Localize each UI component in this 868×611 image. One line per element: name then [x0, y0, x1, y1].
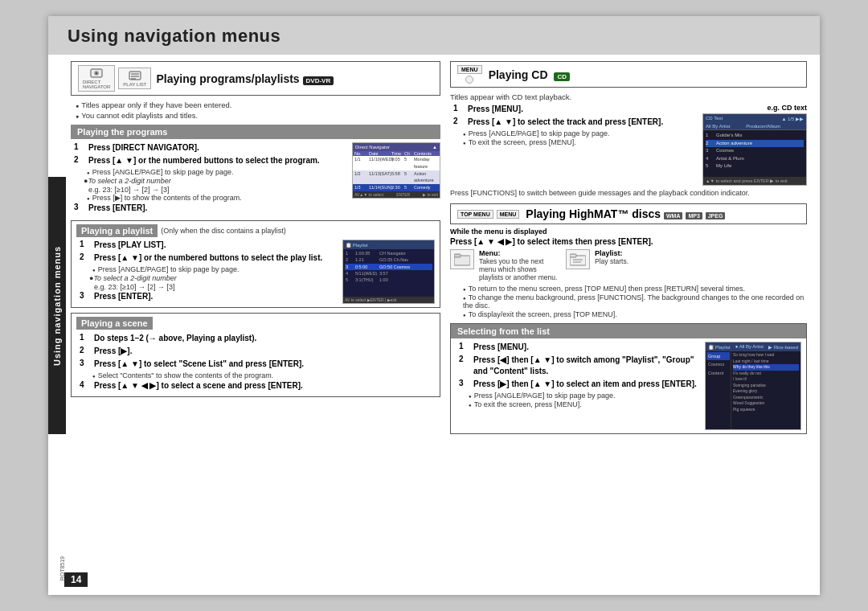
- intro-bullet-1: Titles appear only if they have been ent…: [71, 100, 440, 109]
- playlist-box-desc: Play starts.: [595, 257, 628, 265]
- cd-badge: CD: [554, 72, 570, 81]
- intro-bullet-2: You cannot edit playlists and titles.: [71, 111, 440, 120]
- pl-eg: e.g. 23: [≥10] → [2] → [3]: [94, 283, 331, 291]
- highmat-bullet-1: To return to the menu screen, press [TOP…: [463, 285, 807, 293]
- scene-section: Playing a scene 1 Do steps 1–2 (→ above,…: [71, 313, 440, 397]
- cd-header-box: MENU Playing CD CD: [450, 61, 807, 88]
- cd-step-1: 1 Press [MENU].: [453, 104, 691, 115]
- nav-screen-header: Direct Navigator ▲: [353, 143, 440, 151]
- menu-box-label: Menu:: [479, 249, 559, 257]
- dvd-badge: DVD-VR: [303, 76, 334, 85]
- select-list-content: 1 Press [MENU]. 2 Press [◀] then [▲ ▼] t…: [451, 338, 806, 433]
- menu-label: MENU: [457, 65, 482, 74]
- cd-screen-area: e.g. CD text CD Text ▲ 1/5 ▶▶ All By Art…: [698, 104, 807, 189]
- svg-rect-10: [570, 254, 576, 257]
- select-screen: 📋 Playlist● All By Artist▶ Rice-based Gr…: [705, 342, 801, 430]
- step-2: 2 Press [▲ ▼] or the numbered buttons to…: [74, 155, 341, 166]
- cd-text-label: e.g. CD text: [698, 104, 807, 112]
- menu-box-text: Menu: Takes you to the next menu which s…: [479, 249, 559, 281]
- cd-row-4: 4Artist & Plum: [706, 155, 804, 163]
- step-3: 3 Press [ENTER].: [74, 203, 341, 214]
- highmat-bullet-2: To change the menu background, press [FU…: [463, 293, 807, 310]
- pl-step-3: 3 Press [ENTER].: [80, 291, 331, 302]
- playlist-icon: PLAY LIST: [118, 68, 151, 89]
- pl-label-1: ●To select a 2-digit number: [89, 274, 331, 282]
- cd-content: e.g. CD text CD Text ▲ 1/5 ▶▶ All By Art…: [450, 104, 807, 197]
- dvd-header-title: Playing programs/playlists DVD-VR: [156, 72, 433, 85]
- direct-navigator-icon: DIRECTNAVIGATOR: [78, 65, 115, 92]
- sel-step-3: 3 Press [▶] then [▲ ▼] to select an item…: [459, 379, 700, 390]
- menu-box-desc: Takes you to the next menu which shows p…: [479, 257, 559, 281]
- highmat-header-box: TOP MENU MENU Playing HighMAT™ discs WMA…: [450, 203, 807, 224]
- cd-row-2: 2Action adventure: [706, 140, 804, 148]
- cd-row-1: 1Goldie's Mix: [706, 132, 804, 140]
- page-number: 14: [64, 572, 88, 587]
- svg-point-2: [96, 72, 98, 75]
- sc-sub-1: Select "Contents" to show the contents o…: [92, 371, 435, 379]
- pl-sub-1: Press [ANGLE/PAGE] to skip page by page.: [92, 265, 331, 273]
- page: Using navigation menus Using navigation …: [48, 16, 820, 595]
- select-list-header: Selecting from the list: [451, 324, 806, 338]
- nav-screen: Direct Navigator ▲ No.DateTimeChContents…: [352, 142, 440, 199]
- sc-step-4: 4 Press [▲ ▼ ◀ ▶] to select a scene and …: [80, 380, 435, 392]
- rqt-code: RQT8519: [59, 556, 65, 580]
- cd-press-functions: Press [FUNCTIONS] to switch between guid…: [450, 189, 807, 197]
- programs-content: 1 Press [DIRECT NAVIGATOR]. 2 Press [▲ ▼…: [71, 142, 440, 215]
- menu-folder-icon: [450, 249, 474, 269]
- menu-box: Menu: Takes you to the next menu which s…: [450, 249, 559, 281]
- sidebar-label: Using navigation menus: [48, 177, 66, 434]
- scene-header: Playing a scene: [76, 317, 153, 330]
- select-list-steps-area: 1 Press [MENU]. 2 Press [◀] then [▲ ▼] t…: [456, 342, 700, 430]
- left-column: DIRECTNAVIGATOR PLAY LIST Playing progra…: [71, 61, 440, 434]
- while-menu-label: While the menu is displayed: [450, 228, 807, 236]
- scene-steps: 1 Do steps 1–2 (→ above, Playing a playl…: [76, 333, 435, 392]
- playlist-content: 1 Press [PLAY LIST]. 2 Press [▲ ▼] or th…: [76, 240, 435, 304]
- sel-bullet-2: To exit the screen, press [MENU].: [469, 400, 700, 408]
- playlist-folder-icon: [566, 249, 590, 269]
- highmat-menu-icons: TOP MENU MENU: [457, 210, 519, 219]
- cd-screen: CD Text ▲ 1/5 ▶▶ All By ArtistProducer/A…: [702, 113, 807, 186]
- cd-row-5: 5My Life: [706, 162, 804, 170]
- cd-screen-footer: ▲▼ to select and press ENTER ▶ to exit: [703, 177, 806, 185]
- mp3-badge: MP3: [686, 212, 702, 219]
- right-column: MENU Playing CD CD Titles appear with CD…: [450, 61, 807, 434]
- step-2-label: ●To select a 2-digit number: [84, 177, 341, 185]
- playlist-section: Playing a playlist (Only when the disc c…: [71, 220, 440, 308]
- playlist-box-text: Playlist: Play starts.: [595, 249, 628, 265]
- svg-rect-8: [454, 254, 461, 257]
- pl-step-1: 1 Press [PLAY LIST].: [80, 240, 331, 251]
- cd-row-3: 3Cosmos: [706, 147, 804, 155]
- sc-step-2: 2 Press [▶].: [80, 346, 435, 357]
- cd-step-2: 2 Press [▲ ▼] to select the track and pr…: [453, 117, 691, 128]
- step-2-sub: Press [ANGLE/PAGE] to skip page by page.: [87, 168, 341, 176]
- sel-step-2: 2 Press [◀] then [▲ ▼] to switch among "…: [459, 355, 700, 377]
- highmat-press-instruction: Press [▲ ▼ ◀ ▶] to select items then pre…: [450, 237, 807, 246]
- wma-badge: WMA: [664, 212, 683, 219]
- cd-disc-icon: [465, 76, 473, 84]
- cd-screen-rows: 1Goldie's Mix 2Action adventure 3Cosmos …: [703, 130, 806, 177]
- playlist-steps: 1 Press [PLAY LIST]. 2 Press [▲ ▼] or th…: [76, 240, 331, 302]
- top-menu-label: TOP MENU: [457, 210, 493, 219]
- page-title: Using navigation menus: [48, 16, 820, 55]
- menu-icon-area: MENU: [457, 65, 482, 84]
- sel-step-1: 1 Press [MENU].: [459, 342, 700, 353]
- cd-intro: Titles appear with CD text playback.: [450, 92, 807, 101]
- select-steps: 1 Press [MENU]. 2 Press [◀] then [▲ ▼] t…: [456, 342, 700, 390]
- playlist-subtitle: (Only when the disc contains a playlist): [161, 227, 286, 235]
- step-2-eg: e.g. 23: [≥10] → [2] → [3]: [88, 186, 341, 194]
- playlist-screen-footer: AV to select ▶ENTER | ▶exit: [343, 297, 434, 303]
- programs-steps: 1 Press [DIRECT NAVIGATOR]. 2 Press [▲ ▼…: [71, 142, 341, 214]
- playlist-screen: 📋 Playlist 11:00:35CH Navigator 21:21GO:…: [342, 240, 435, 304]
- highmat-title: Playing HighMAT™ discs WMA MP3 JPEG: [526, 207, 800, 220]
- playlist-box-label: Playlist:: [595, 249, 628, 257]
- step-1: 1 Press [DIRECT NAVIGATOR].: [74, 142, 341, 154]
- pl-step-2: 2 Press [▲ ▼] or the numbered buttons to…: [80, 252, 331, 264]
- highmat-boxes: Menu: Takes you to the next menu which s…: [450, 249, 807, 281]
- playlist-screen-header: 📋 Playlist: [343, 240, 434, 249]
- cd-screen-header: CD Text ▲ 1/5 ▶▶: [703, 114, 806, 123]
- menu-label2: MENU: [497, 210, 520, 219]
- highmat-bullet-3: To display/exit the screen, press [TOP M…: [463, 310, 807, 318]
- section-programs-header: Playing the programs: [71, 125, 440, 139]
- dvd-header-box: DIRECTNAVIGATOR PLAY LIST Playing progra…: [71, 61, 440, 96]
- playlist-section-header: Playing a playlist: [76, 224, 158, 237]
